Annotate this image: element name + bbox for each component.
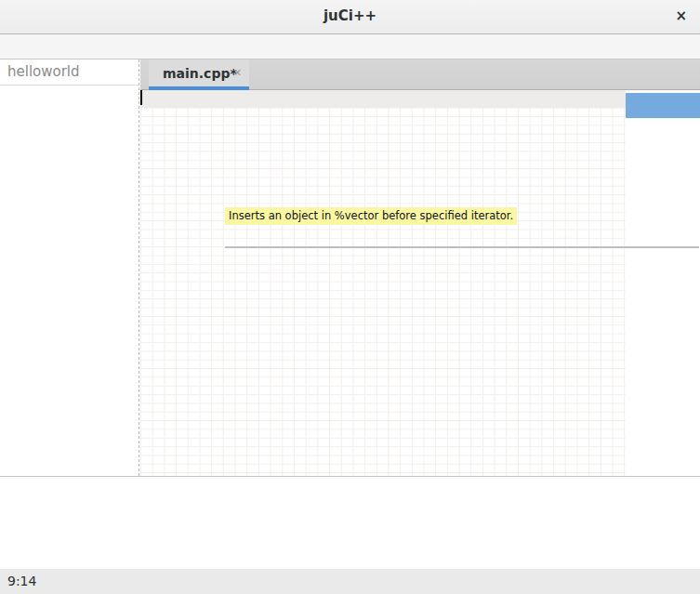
tab-label: main.cpp* [163,66,237,81]
tab-bar: main.cpp* ✕ [140,59,700,90]
editor-grid-background [140,90,626,476]
project-root-label: helloworld [0,59,139,86]
text-cursor [140,90,142,105]
doc-tooltip: Inserts an object in %vector before spec… [225,207,517,225]
build-output-panel [0,476,700,569]
minimap[interactable] [626,90,700,476]
minimap-viewport[interactable] [626,93,700,118]
file-tree-panel: helloworld [0,59,139,476]
tab-close-icon[interactable]: ✕ [233,67,242,79]
window-title: juCi++ [0,7,700,24]
close-icon[interactable]: × [675,7,687,24]
editor-pane: main.cpp* ✕ Inserts an object in %vector… [140,59,700,476]
tab-main-cpp[interactable]: main.cpp* ✕ [149,59,249,90]
statusbar: 9:14 [0,569,700,594]
titlebar[interactable]: juCi++ × [0,0,700,34]
cursor-position-indicator: 9:14 [7,574,36,588]
code-editor[interactable]: Inserts an object in %vector before spec… [140,90,700,476]
main-area: helloworld main.cpp* ✕ Inserts an object… [0,59,700,476]
jucipp-window: juCi++ × helloworld main.cpp* ✕ [0,0,700,594]
completion-popup [225,246,699,248]
menubar [0,34,700,59]
current-line-highlight [140,90,626,108]
